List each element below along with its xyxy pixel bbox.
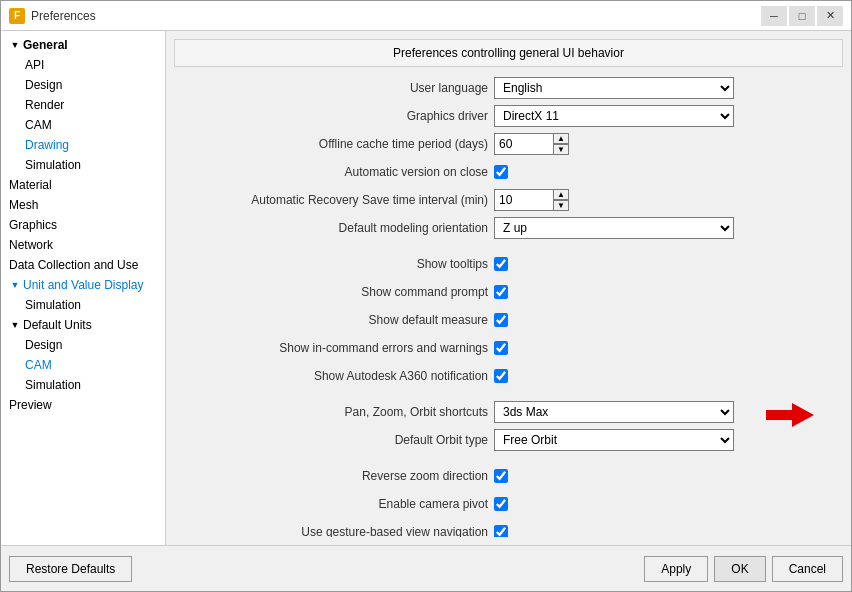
default-orbit-row: Default Orbit type Free Orbit Constraine… bbox=[174, 429, 843, 451]
show-tooltips-label: Show tooltips bbox=[174, 257, 494, 271]
auto-version-control bbox=[494, 165, 508, 179]
pan-zoom-control: 3ds Max Fusion 360 Maya Inventor SolidWo… bbox=[494, 401, 734, 423]
show-autodesk-control bbox=[494, 369, 508, 383]
auto-recovery-control: ▲ ▼ bbox=[494, 189, 569, 211]
offline-cache-up[interactable]: ▲ bbox=[553, 133, 569, 144]
auto-recovery-down[interactable]: ▼ bbox=[553, 200, 569, 211]
pan-zoom-select[interactable]: 3ds Max Fusion 360 Maya Inventor SolidWo… bbox=[494, 401, 734, 423]
show-command-checkbox[interactable] bbox=[494, 285, 508, 299]
divider2 bbox=[174, 393, 843, 401]
preferences-window: F Preferences ─ □ ✕ ▼ General API Design… bbox=[0, 0, 852, 592]
use-gesture-control bbox=[494, 525, 508, 537]
reverse-zoom-control bbox=[494, 469, 508, 483]
show-default-measure-label: Show default measure bbox=[174, 313, 494, 327]
offline-cache-input[interactable] bbox=[494, 133, 554, 155]
use-gesture-row: Use gesture-based view navigation bbox=[174, 521, 843, 537]
default-modeling-select[interactable]: Z up Y up bbox=[494, 217, 734, 239]
enable-camera-control bbox=[494, 497, 508, 511]
use-gesture-checkbox[interactable] bbox=[494, 525, 508, 537]
offline-cache-spinner: ▲ ▼ bbox=[553, 133, 569, 155]
show-autodesk-label: Show Autodesk A360 notification bbox=[174, 369, 494, 383]
close-button[interactable]: ✕ bbox=[817, 6, 843, 26]
red-arrow bbox=[764, 401, 814, 429]
sidebar-item-simulation3[interactable]: Simulation bbox=[1, 375, 165, 395]
sidebar-item-unit-value[interactable]: ▼ Unit and Value Display bbox=[1, 275, 165, 295]
sidebar-item-drawing[interactable]: Drawing bbox=[1, 135, 165, 155]
reverse-zoom-checkbox[interactable] bbox=[494, 469, 508, 483]
sidebar-item-general[interactable]: ▼ General bbox=[1, 35, 165, 55]
auto-recovery-input[interactable] bbox=[494, 189, 554, 211]
default-modeling-control: Z up Y up bbox=[494, 217, 734, 239]
sidebar-item-simulation2[interactable]: Simulation bbox=[1, 295, 165, 315]
section-header: Preferences controlling general UI behav… bbox=[174, 39, 843, 67]
show-autodesk-row: Show Autodesk A360 notification bbox=[174, 365, 843, 387]
show-tooltips-row: Show tooltips bbox=[174, 253, 843, 275]
reverse-zoom-label: Reverse zoom direction bbox=[174, 469, 494, 483]
show-default-measure-control bbox=[494, 313, 508, 327]
auto-recovery-row: Automatic Recovery Save time interval (m… bbox=[174, 189, 843, 211]
show-autodesk-checkbox[interactable] bbox=[494, 369, 508, 383]
auto-version-label: Automatic version on close bbox=[174, 165, 494, 179]
cancel-button[interactable]: Cancel bbox=[772, 556, 843, 582]
main-content: ▼ General API Design Render CAM Drawing … bbox=[1, 31, 851, 545]
sidebar-item-network[interactable]: Network bbox=[1, 235, 165, 255]
sidebar-item-default-units[interactable]: ▼ Default Units bbox=[1, 315, 165, 335]
show-in-command-control bbox=[494, 341, 508, 355]
graphics-driver-row: Graphics driver DirectX 11 DirectX 12 Op… bbox=[174, 105, 843, 127]
graphics-driver-label: Graphics driver bbox=[174, 109, 494, 123]
apply-button[interactable]: Apply bbox=[644, 556, 708, 582]
show-default-measure-row: Show default measure bbox=[174, 309, 843, 331]
maximize-button[interactable]: □ bbox=[789, 6, 815, 26]
sidebar: ▼ General API Design Render CAM Drawing … bbox=[1, 31, 166, 545]
show-default-measure-checkbox[interactable] bbox=[494, 313, 508, 327]
show-in-command-row: Show in-command errors and warnings bbox=[174, 337, 843, 359]
offline-cache-label: Offline cache time period (days) bbox=[174, 137, 494, 151]
sidebar-item-graphics[interactable]: Graphics bbox=[1, 215, 165, 235]
show-tooltips-control bbox=[494, 257, 508, 271]
sidebar-item-cam2[interactable]: CAM bbox=[1, 355, 165, 375]
offline-cache-control: ▲ ▼ bbox=[494, 133, 569, 155]
chevron-down-icon-2: ▼ bbox=[9, 279, 21, 291]
graphics-driver-select[interactable]: DirectX 11 DirectX 12 OpenGL bbox=[494, 105, 734, 127]
divider3 bbox=[174, 457, 843, 465]
auto-version-row: Automatic version on close bbox=[174, 161, 843, 183]
default-modeling-label: Default modeling orientation bbox=[174, 221, 494, 235]
show-tooltips-checkbox[interactable] bbox=[494, 257, 508, 271]
sidebar-item-render[interactable]: Render bbox=[1, 95, 165, 115]
default-modeling-row: Default modeling orientation Z up Y up bbox=[174, 217, 843, 239]
restore-defaults-button[interactable]: Restore Defaults bbox=[9, 556, 132, 582]
sidebar-item-design[interactable]: Design bbox=[1, 75, 165, 95]
sidebar-item-cam[interactable]: CAM bbox=[1, 115, 165, 135]
user-language-select[interactable]: English French German bbox=[494, 77, 734, 99]
show-command-row: Show command prompt bbox=[174, 281, 843, 303]
ok-button[interactable]: OK bbox=[714, 556, 765, 582]
sidebar-item-data-collection[interactable]: Data Collection and Use bbox=[1, 255, 165, 275]
offline-cache-row: Offline cache time period (days) ▲ ▼ bbox=[174, 133, 843, 155]
chevron-down-icon: ▼ bbox=[9, 39, 21, 51]
use-gesture-label: Use gesture-based view navigation bbox=[174, 525, 494, 537]
auto-version-checkbox[interactable] bbox=[494, 165, 508, 179]
offline-cache-down[interactable]: ▼ bbox=[553, 144, 569, 155]
auto-recovery-spinner: ▲ ▼ bbox=[553, 189, 569, 211]
enable-camera-label: Enable camera pivot bbox=[174, 497, 494, 511]
default-orbit-label: Default Orbit type bbox=[174, 433, 494, 447]
enable-camera-row: Enable camera pivot bbox=[174, 493, 843, 515]
auto-recovery-up[interactable]: ▲ bbox=[553, 189, 569, 200]
window-controls: ─ □ ✕ bbox=[761, 6, 843, 26]
bottom-btn-group: Apply OK Cancel bbox=[644, 556, 843, 582]
sidebar-item-material[interactable]: Material bbox=[1, 175, 165, 195]
auto-recovery-label: Automatic Recovery Save time interval (m… bbox=[174, 193, 494, 207]
divider1 bbox=[174, 245, 843, 253]
show-command-control bbox=[494, 285, 508, 299]
sidebar-item-design2[interactable]: Design bbox=[1, 335, 165, 355]
sidebar-item-mesh[interactable]: Mesh bbox=[1, 195, 165, 215]
show-in-command-checkbox[interactable] bbox=[494, 341, 508, 355]
default-orbit-select[interactable]: Free Orbit Constrained Orbit bbox=[494, 429, 734, 451]
sidebar-item-preview[interactable]: Preview bbox=[1, 395, 165, 415]
minimize-button[interactable]: ─ bbox=[761, 6, 787, 26]
pan-zoom-row: Pan, Zoom, Orbit shortcuts 3ds Max Fusio… bbox=[174, 401, 843, 423]
sidebar-item-api[interactable]: API bbox=[1, 55, 165, 75]
enable-camera-checkbox[interactable] bbox=[494, 497, 508, 511]
sidebar-item-simulation[interactable]: Simulation bbox=[1, 155, 165, 175]
red-arrow-svg bbox=[764, 401, 814, 429]
